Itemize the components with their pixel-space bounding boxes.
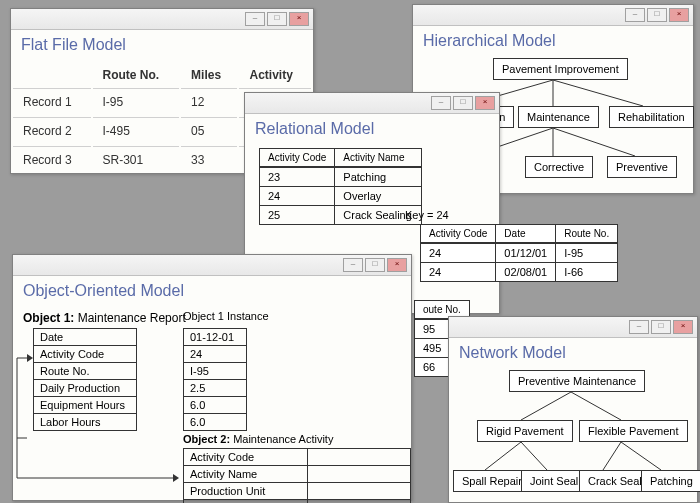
node: Rigid Pavement: [477, 420, 573, 442]
oo-window: – □ × Object-Oriented Model Object 1: Ma…: [12, 254, 412, 501]
titlebar: – □ ×: [13, 255, 411, 276]
minimize-icon[interactable]: –: [343, 258, 363, 272]
svg-line-8: [521, 392, 571, 420]
node: Joint Seal: [521, 470, 587, 492]
col-route: Route No.: [93, 64, 180, 86]
close-icon[interactable]: ×: [669, 8, 689, 22]
relational-table-2: Activity CodeDateRoute No. 2401/12/01I-9…: [420, 224, 618, 282]
window-title: Hierarchical Model: [413, 26, 693, 58]
window-title: Object-Oriented Model: [13, 276, 411, 308]
key-label: Key = 24: [405, 209, 449, 221]
maximize-icon[interactable]: □: [651, 320, 671, 334]
svg-marker-7: [173, 474, 179, 482]
object-1-fields: Date Activity Code Route No. Daily Produ…: [33, 328, 137, 431]
node: Flexible Pavement: [579, 420, 688, 442]
object-2-fields: Activity Code Activity Name Production U…: [183, 448, 411, 503]
object-1-instance-label: Object 1 Instance: [183, 310, 269, 322]
relational-table-1: Activity CodeActivity Name 23Patching 24…: [259, 148, 422, 225]
node: Patching: [641, 470, 700, 492]
titlebar: – □ ×: [11, 9, 313, 30]
network-window: – □ × Network Model Preventive Maintenan…: [448, 316, 698, 503]
titlebar: – □ ×: [413, 5, 693, 26]
minimize-icon[interactable]: –: [625, 8, 645, 22]
svg-line-11: [521, 442, 547, 470]
titlebar: – □ ×: [245, 93, 499, 114]
svg-line-5: [553, 128, 635, 156]
node: Preventive: [607, 156, 677, 178]
window-title: Relational Model: [245, 114, 499, 146]
maximize-icon[interactable]: □: [647, 8, 667, 22]
svg-line-13: [621, 442, 661, 470]
close-icon[interactable]: ×: [289, 12, 309, 26]
minimize-icon[interactable]: –: [431, 96, 451, 110]
svg-line-12: [603, 442, 621, 470]
window-title: Flat File Model: [11, 30, 313, 62]
minimize-icon[interactable]: –: [629, 320, 649, 334]
node: Maintenance: [518, 106, 599, 128]
node: Corrective: [525, 156, 593, 178]
svg-line-10: [485, 442, 521, 470]
object-1-instance: 01-12-01 24 I-95 2.5 6.0 6.0: [183, 328, 247, 431]
object-1-label: Object 1: Maintenance Report: [23, 311, 186, 325]
close-icon[interactable]: ×: [673, 320, 693, 334]
node-root: Preventive Maintenance: [509, 370, 645, 392]
node: Spall Repair: [453, 470, 531, 492]
maximize-icon[interactable]: □: [267, 12, 287, 26]
maximize-icon[interactable]: □: [365, 258, 385, 272]
node: Rehabilitation: [609, 106, 694, 128]
node-root: Pavement Improvement: [493, 58, 628, 80]
svg-line-2: [553, 80, 643, 106]
close-icon[interactable]: ×: [475, 96, 495, 110]
titlebar: – □ ×: [449, 317, 697, 338]
close-icon[interactable]: ×: [387, 258, 407, 272]
object-2-label: Object 2: Maintenance Activity: [183, 433, 333, 445]
svg-line-9: [571, 392, 621, 420]
window-title: Network Model: [449, 338, 697, 370]
minimize-icon[interactable]: –: [245, 12, 265, 26]
col-activity: Activity: [239, 64, 311, 86]
maximize-icon[interactable]: □: [453, 96, 473, 110]
col-miles: Miles: [181, 64, 237, 86]
